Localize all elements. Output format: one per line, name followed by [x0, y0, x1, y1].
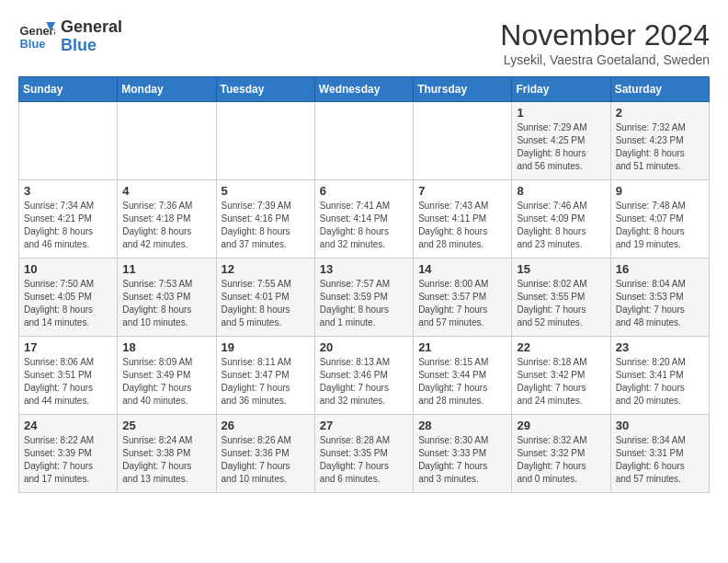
calendar-header-day: Monday — [118, 77, 216, 102]
day-number: 13 — [320, 262, 408, 276]
calendar-cell: 29Sunrise: 8:32 AMSunset: 3:32 PMDayligh… — [512, 415, 610, 493]
calendar-header-day: Wednesday — [314, 77, 413, 102]
calendar-cell: 5Sunrise: 7:39 AMSunset: 4:16 PMDaylight… — [216, 180, 314, 259]
day-number: 8 — [517, 184, 605, 198]
calendar-cell: 8Sunrise: 7:46 AMSunset: 4:09 PMDaylight… — [512, 180, 610, 259]
day-info: Sunrise: 7:41 AMSunset: 4:14 PMDaylight:… — [320, 200, 408, 251]
day-number: 2 — [616, 106, 704, 120]
location-title: Lysekil, Vaestra Goetaland, Sweden — [500, 52, 710, 67]
calendar-cell: 28Sunrise: 8:30 AMSunset: 3:33 PMDayligh… — [414, 415, 512, 493]
day-number: 10 — [24, 262, 112, 276]
calendar-cell — [414, 102, 512, 180]
day-info: Sunrise: 7:48 AMSunset: 4:07 PMDaylight:… — [616, 200, 704, 251]
day-number: 29 — [517, 419, 605, 432]
day-number: 4 — [122, 184, 210, 198]
day-number: 17 — [24, 340, 112, 354]
day-info: Sunrise: 7:55 AMSunset: 4:01 PMDaylight:… — [222, 278, 310, 329]
calendar-cell — [118, 102, 216, 180]
logo: General Blue General Blue — [18, 18, 122, 55]
calendar-week-row: 1Sunrise: 7:29 AMSunset: 4:25 PMDaylight… — [19, 102, 710, 180]
day-info: Sunrise: 8:22 AMSunset: 3:39 PMDaylight:… — [24, 434, 112, 486]
calendar-cell: 16Sunrise: 8:04 AMSunset: 3:53 PMDayligh… — [610, 259, 709, 337]
calendar-cell — [314, 102, 413, 180]
day-info: Sunrise: 8:26 AMSunset: 3:36 PMDaylight:… — [222, 434, 310, 486]
day-info: Sunrise: 8:00 AMSunset: 3:57 PMDaylight:… — [418, 278, 506, 329]
day-info: Sunrise: 8:15 AMSunset: 3:44 PMDaylight:… — [418, 356, 506, 408]
day-number: 21 — [418, 340, 506, 354]
day-info: Sunrise: 7:36 AMSunset: 4:18 PMDaylight:… — [122, 200, 210, 251]
day-info: Sunrise: 8:02 AMSunset: 3:55 PMDaylight:… — [517, 278, 605, 329]
calendar-header-row: SundayMondayTuesdayWednesdayThursdayFrid… — [19, 77, 710, 102]
day-info: Sunrise: 8:06 AMSunset: 3:51 PMDaylight:… — [24, 356, 112, 408]
day-info: Sunrise: 8:04 AMSunset: 3:53 PMDaylight:… — [616, 278, 704, 329]
calendar-cell: 10Sunrise: 7:50 AMSunset: 4:05 PMDayligh… — [19, 259, 118, 337]
calendar-cell: 3Sunrise: 7:34 AMSunset: 4:21 PMDaylight… — [19, 180, 118, 259]
day-number: 19 — [222, 340, 310, 354]
day-number: 26 — [222, 419, 310, 432]
calendar-cell: 12Sunrise: 7:55 AMSunset: 4:01 PMDayligh… — [216, 259, 314, 337]
calendar-cell: 23Sunrise: 8:20 AMSunset: 3:41 PMDayligh… — [610, 337, 709, 415]
calendar-cell: 14Sunrise: 8:00 AMSunset: 3:57 PMDayligh… — [414, 259, 512, 337]
day-info: Sunrise: 8:24 AMSunset: 3:38 PMDaylight:… — [122, 434, 210, 486]
day-number: 30 — [616, 419, 704, 432]
calendar-week-row: 3Sunrise: 7:34 AMSunset: 4:21 PMDaylight… — [19, 180, 710, 259]
day-info: Sunrise: 8:34 AMSunset: 3:31 PMDaylight:… — [616, 434, 704, 486]
day-number: 3 — [24, 184, 112, 198]
calendar-header-day: Friday — [512, 77, 610, 102]
day-number: 16 — [616, 262, 704, 276]
calendar-header-day: Sunday — [19, 77, 118, 102]
day-info: Sunrise: 7:46 AMSunset: 4:09 PMDaylight:… — [517, 200, 605, 251]
page-header: General Blue General Blue November 2024 … — [18, 18, 710, 67]
calendar-week-row: 10Sunrise: 7:50 AMSunset: 4:05 PMDayligh… — [19, 259, 710, 337]
day-info: Sunrise: 7:32 AMSunset: 4:23 PMDaylight:… — [616, 121, 704, 173]
day-number: 27 — [320, 419, 408, 432]
day-info: Sunrise: 8:11 AMSunset: 3:47 PMDaylight:… — [222, 356, 310, 408]
calendar-cell: 27Sunrise: 8:28 AMSunset: 3:35 PMDayligh… — [314, 415, 413, 493]
day-info: Sunrise: 8:32 AMSunset: 3:32 PMDaylight:… — [517, 434, 605, 486]
calendar-cell: 19Sunrise: 8:11 AMSunset: 3:47 PMDayligh… — [216, 337, 314, 415]
calendar-cell: 15Sunrise: 8:02 AMSunset: 3:55 PMDayligh… — [512, 259, 610, 337]
day-info: Sunrise: 8:30 AMSunset: 3:33 PMDaylight:… — [418, 434, 506, 486]
calendar-cell: 4Sunrise: 7:36 AMSunset: 4:18 PMDaylight… — [118, 180, 216, 259]
logo-icon: General Blue — [18, 18, 55, 55]
month-title: November 2024 — [500, 18, 710, 52]
day-number: 5 — [222, 184, 310, 198]
day-info: Sunrise: 8:13 AMSunset: 3:46 PMDaylight:… — [320, 356, 408, 408]
calendar-cell: 13Sunrise: 7:57 AMSunset: 3:59 PMDayligh… — [314, 259, 413, 337]
calendar-week-row: 24Sunrise: 8:22 AMSunset: 3:39 PMDayligh… — [19, 415, 710, 493]
day-info: Sunrise: 7:53 AMSunset: 4:03 PMDaylight:… — [122, 278, 210, 329]
day-info: Sunrise: 8:20 AMSunset: 3:41 PMDaylight:… — [616, 356, 704, 408]
calendar-cell: 22Sunrise: 8:18 AMSunset: 3:42 PMDayligh… — [512, 337, 610, 415]
day-number: 1 — [517, 106, 605, 120]
day-number: 9 — [616, 184, 704, 198]
day-number: 28 — [418, 419, 506, 432]
calendar-cell: 1Sunrise: 7:29 AMSunset: 4:25 PMDaylight… — [512, 102, 610, 180]
day-number: 15 — [517, 262, 605, 276]
day-info: Sunrise: 7:50 AMSunset: 4:05 PMDaylight:… — [24, 278, 112, 329]
calendar-cell: 26Sunrise: 8:26 AMSunset: 3:36 PMDayligh… — [216, 415, 314, 493]
calendar-cell: 11Sunrise: 7:53 AMSunset: 4:03 PMDayligh… — [118, 259, 216, 337]
calendar-cell: 7Sunrise: 7:43 AMSunset: 4:11 PMDaylight… — [414, 180, 512, 259]
day-number: 7 — [418, 184, 506, 198]
day-number: 25 — [122, 419, 210, 432]
calendar-cell: 18Sunrise: 8:09 AMSunset: 3:49 PMDayligh… — [118, 337, 216, 415]
day-info: Sunrise: 8:18 AMSunset: 3:42 PMDaylight:… — [517, 356, 605, 408]
calendar-cell: 25Sunrise: 8:24 AMSunset: 3:38 PMDayligh… — [118, 415, 216, 493]
calendar-cell: 17Sunrise: 8:06 AMSunset: 3:51 PMDayligh… — [19, 337, 118, 415]
day-number: 11 — [122, 262, 210, 276]
day-info: Sunrise: 7:34 AMSunset: 4:21 PMDaylight:… — [24, 200, 112, 251]
calendar-cell: 9Sunrise: 7:48 AMSunset: 4:07 PMDaylight… — [610, 180, 709, 259]
calendar-cell: 21Sunrise: 8:15 AMSunset: 3:44 PMDayligh… — [414, 337, 512, 415]
day-number: 24 — [24, 419, 112, 432]
day-number: 14 — [418, 262, 506, 276]
day-info: Sunrise: 7:29 AMSunset: 4:25 PMDaylight:… — [517, 121, 605, 173]
day-number: 12 — [222, 262, 310, 276]
day-number: 6 — [320, 184, 408, 198]
day-info: Sunrise: 7:57 AMSunset: 3:59 PMDaylight:… — [320, 278, 408, 329]
title-section: November 2024 Lysekil, Vaestra Goetaland… — [500, 18, 710, 67]
day-info: Sunrise: 7:43 AMSunset: 4:11 PMDaylight:… — [418, 200, 506, 251]
day-number: 22 — [517, 340, 605, 354]
svg-text:Blue: Blue — [20, 37, 46, 51]
day-info: Sunrise: 7:39 AMSunset: 4:16 PMDaylight:… — [222, 200, 310, 251]
day-number: 18 — [122, 340, 210, 354]
